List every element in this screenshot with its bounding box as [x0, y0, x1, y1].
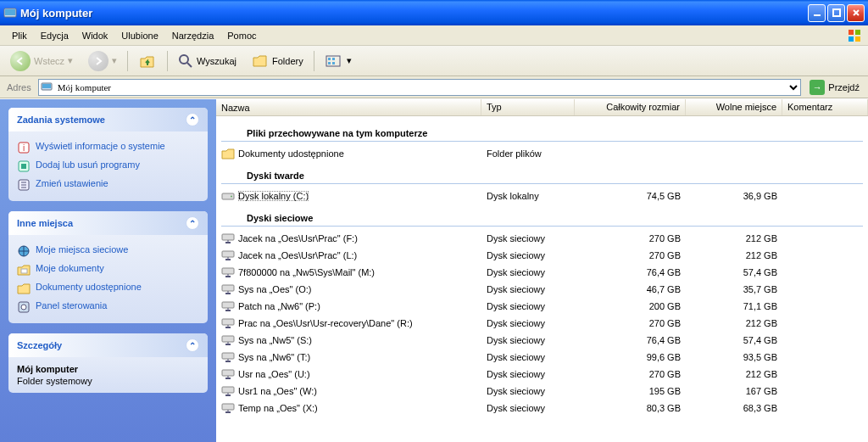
menu-help[interactable]: Pomoc — [220, 29, 263, 42]
minimize-button[interactable] — [808, 4, 826, 22]
item-total: 80,3 GB — [575, 402, 686, 414]
list-item[interactable]: 7f800000 na „Nw5\Sys\Mail" (M:)Dysk siec… — [216, 264, 868, 281]
address-bar: Adres Mój komputer → Przejdź — [0, 76, 868, 98]
item-free: 212 GB — [686, 249, 782, 261]
svg-rect-20 — [21, 164, 26, 169]
views-button[interactable]: ▾ — [320, 52, 357, 70]
sidebar-link[interactable]: Zmień ustawienie — [17, 176, 199, 194]
menu-file[interactable]: Plik — [5, 29, 34, 42]
list-item[interactable]: Dokumenty udostępnioneFolder plików — [216, 145, 868, 162]
panel-header[interactable]: Szczegóły⌃ — [8, 333, 208, 357]
item-free: 212 GB — [686, 368, 782, 380]
svg-rect-11 — [328, 58, 331, 60]
item-name: Sys na „Nw5" (S:) — [238, 335, 312, 345]
svg-rect-16 — [42, 84, 51, 88]
list-item[interactable]: Temp na „Oes" (X:)Dysk sieciowy80,3 GB68… — [216, 400, 868, 417]
item-free: 167 GB — [686, 385, 782, 397]
item-free: 57,4 GB — [686, 266, 782, 278]
folders-label: Foldery — [272, 56, 303, 66]
forward-button[interactable]: ▾ — [83, 49, 122, 73]
list-item[interactable]: Sys na „Nw6" (T:)Dysk sieciowy99,6 GB93,… — [216, 349, 868, 366]
netdrive-icon — [221, 350, 235, 364]
list-item[interactable]: Jacek na „Oes\Usr\Prac" (F:)Dysk sieciow… — [216, 230, 868, 247]
item-total — [575, 153, 686, 154]
sidebar: Zadania systemowe⌃iWyświetl informacje o… — [0, 99, 216, 442]
windows-flag-icon — [846, 27, 863, 44]
column-name[interactable]: Nazwa — [216, 99, 481, 115]
list-item[interactable]: Prac na „Oes\Usr\Usr-recovery\Dane" (R:)… — [216, 315, 868, 332]
item-total: 270 GB — [575, 368, 686, 380]
sidebar-panel: Zadania systemowe⌃iWyświetl informacje o… — [8, 108, 208, 201]
network-icon — [17, 244, 31, 258]
sidebar-link[interactable]: Panel sterowania — [17, 298, 199, 316]
list-item[interactable]: Usr1 na „Oes" (W:)Dysk sieciowy195 GB167… — [216, 383, 868, 400]
search-button[interactable]: Wyszukaj — [173, 52, 242, 70]
item-type: Dysk sieciowy — [481, 300, 575, 312]
group-header: Pliki przechowywane na tym komputerze — [221, 123, 863, 142]
column-type[interactable]: Typ — [481, 99, 575, 115]
back-icon — [10, 51, 31, 71]
list-item[interactable]: Sys na „Nw5" (S:)Dysk sieciowy76,4 GB57,… — [216, 332, 868, 349]
item-comment — [782, 153, 868, 154]
sidebar-link[interactable]: Moje miejsca sieciowe — [17, 242, 199, 260]
column-free[interactable]: Wolne miejsce — [686, 99, 782, 115]
programs-icon — [17, 159, 31, 173]
netdrive-icon — [221, 333, 235, 347]
menu-tools[interactable]: Narzędzia — [165, 29, 221, 42]
sidebar-link[interactable]: Dodaj lub usuń programy — [17, 157, 199, 176]
hdd-icon — [221, 189, 235, 203]
up-button[interactable] — [133, 50, 162, 72]
item-free: 57,4 GB — [686, 334, 782, 346]
item-free: 36,9 GB — [686, 190, 782, 202]
item-free — [686, 153, 782, 154]
list-item[interactable]: Jacek na „Oes\Usr\Prac" (L:)Dysk sieciow… — [216, 247, 868, 264]
forward-icon — [88, 51, 108, 71]
panel-body: iWyświetl informacje o systemieDodaj lub… — [8, 131, 208, 201]
svg-rect-38 — [222, 404, 234, 410]
separator — [314, 51, 314, 71]
item-type: Dysk sieciowy — [481, 334, 575, 346]
sidebar-link[interactable]: Dokumenty udostępnione — [17, 279, 199, 298]
item-free: 93,5 GB — [686, 351, 782, 363]
item-total: 270 GB — [575, 317, 686, 329]
folders-button[interactable]: Foldery — [247, 52, 309, 70]
list-item[interactable]: Usr na „Oes" (U:)Dysk sieciowy270 GB212 … — [216, 366, 868, 383]
sidebar-link[interactable]: iWyświetl informacje o systemie — [17, 138, 199, 157]
item-type: Dysk sieciowy — [481, 232, 575, 244]
go-button[interactable]: → Przejdź — [804, 79, 865, 96]
menu-view[interactable]: Widok — [75, 29, 115, 42]
item-type: Dysk sieciowy — [481, 283, 575, 295]
item-free: 35,7 GB — [686, 283, 782, 295]
panel-header[interactable]: Inne miejsca⌃ — [8, 211, 208, 235]
chevron-up-icon: ⌃ — [186, 338, 199, 352]
back-button[interactable]: Wstecz ▾ — [5, 49, 78, 73]
maximize-button[interactable] — [827, 4, 845, 22]
list-item[interactable]: Patch na „Nw6" (P:)Dysk sieciowy200 GB71… — [216, 298, 868, 315]
group-header: Dyski twarde — [221, 165, 863, 184]
item-type: Dysk sieciowy — [481, 368, 575, 380]
column-comment[interactable]: Komentarz — [782, 99, 868, 115]
column-total[interactable]: Całkowity rozmiar — [575, 99, 686, 115]
item-name: Usr na „Oes" (U:) — [238, 369, 310, 379]
item-total: 46,7 GB — [575, 283, 686, 295]
close-button[interactable] — [847, 4, 865, 22]
list-item[interactable]: Sys na „Oes" (O:)Dysk sieciowy46,7 GB35,… — [216, 281, 868, 298]
item-name: Dokumenty udostępnione — [238, 148, 344, 159]
sidebar-link-label: Moje dokumenty — [36, 263, 104, 273]
sidebar-link[interactable]: Moje dokumenty — [17, 260, 199, 279]
menu-bar: Plik Edycja Widok Ulubione Narzędzia Pom… — [0, 25, 868, 46]
window-title: Mój komputer — [20, 7, 808, 20]
item-total: 200 GB — [575, 300, 686, 312]
menu-edit[interactable]: Edycja — [34, 29, 75, 42]
chevron-down-icon: ▾ — [112, 55, 117, 66]
item-type: Dysk sieciowy — [481, 351, 575, 363]
info-icon: i — [17, 141, 31, 154]
item-comment — [782, 407, 868, 409]
address-input[interactable]: Mój komputer — [38, 79, 802, 96]
menu-favorites[interactable]: Ulubione — [114, 29, 164, 42]
panel-header[interactable]: Zadania systemowe⌃ — [8, 108, 208, 131]
search-icon — [178, 53, 193, 69]
list-item[interactable]: Dysk lokalny (C:)Dysk lokalny74,5 GB36,9… — [216, 187, 868, 204]
file-list[interactable]: Pliki przechowywane na tym komputerzeDok… — [216, 116, 868, 442]
search-label: Wyszukaj — [197, 56, 236, 66]
